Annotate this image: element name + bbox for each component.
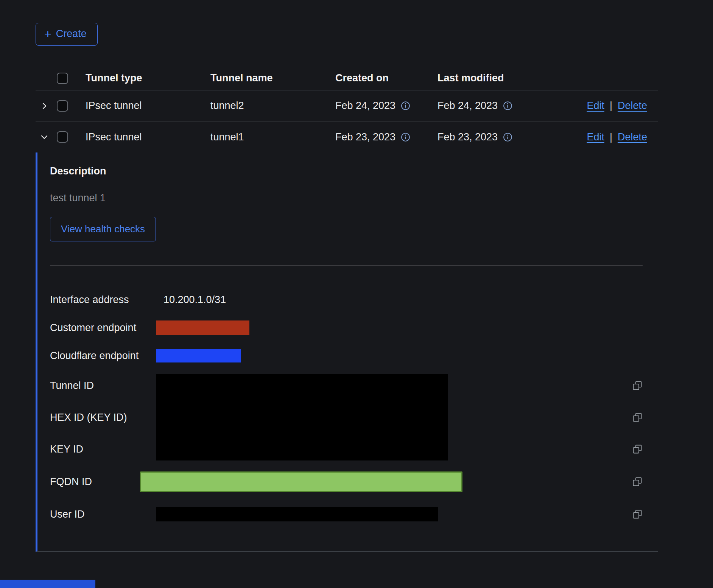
page-content: + Create Tunnel type Tunnel name Created… (0, 0, 658, 552)
copy-icon[interactable] (632, 380, 643, 391)
copy-icon[interactable] (632, 509, 643, 520)
field-cloudflare-endpoint: Cloudflare endpoint (50, 342, 643, 370)
tunnels-table: Tunnel type Tunnel name Created on Last … (36, 66, 658, 552)
actions-separator: | (610, 100, 612, 112)
ids-redaction-block (156, 374, 448, 460)
description-value: test tunnel 1 (50, 192, 643, 204)
cell-tunnel-name: tunnel2 (199, 100, 324, 112)
edit-link[interactable]: Edit (587, 131, 604, 143)
row-actions: Edit | Delete (536, 100, 658, 112)
delete-link[interactable]: Delete (618, 100, 647, 112)
field-label: Interface address (50, 294, 156, 306)
header-tunnel-type: Tunnel type (74, 72, 199, 84)
section-divider (50, 266, 643, 266)
row-checkbox[interactable] (57, 131, 68, 143)
fqdn-id-redaction (140, 471, 462, 492)
field-fqdn-id: FQDN ID (50, 465, 643, 498)
tunnels-page: + Create Tunnel type Tunnel name Created… (0, 0, 713, 588)
copy-icon[interactable] (632, 412, 643, 423)
header-tunnel-name: Tunnel name (199, 72, 324, 84)
created-date: Feb 24, 2023 (335, 100, 395, 112)
select-all-checkbox[interactable] (57, 73, 68, 84)
info-icon[interactable] (503, 132, 512, 142)
cell-last-modified: Feb 23, 2023 (426, 131, 536, 143)
bottom-blue-bar (0, 580, 95, 588)
header-last-modified: Last modified (426, 72, 536, 84)
table-row-tunnel2: IPsec tunnel tunnel2 Feb 24, 2023 Feb 24… (36, 90, 658, 121)
table-header-row: Tunnel type Tunnel name Created on Last … (36, 66, 658, 90)
chevron-right-icon[interactable] (40, 101, 49, 110)
field-user-id: User ID (50, 498, 643, 530)
create-button-label: Create (56, 28, 87, 40)
id-fields-group: Tunnel ID HEX ID (KEY ID) KEY ID (50, 370, 643, 465)
cell-last-modified: Feb 24, 2023 (426, 100, 536, 112)
row-actions: Edit | Delete (536, 131, 658, 143)
info-icon[interactable] (503, 101, 512, 110)
cell-tunnel-name: tunnel1 (199, 131, 324, 143)
field-label: HEX ID (KEY ID) (50, 412, 156, 423)
info-icon[interactable] (401, 132, 410, 142)
header-check-cell (53, 73, 74, 84)
user-id-redaction (156, 507, 438, 521)
description-label: Description (50, 165, 643, 177)
header-created-on: Created on (324, 72, 426, 84)
info-icon[interactable] (401, 101, 410, 110)
field-interface-address: Interface address 10.200.1.0/31 (50, 286, 643, 314)
actions-separator: | (610, 131, 612, 143)
edit-link[interactable]: Edit (587, 100, 604, 112)
copy-icon[interactable] (632, 444, 643, 454)
field-label: Tunnel ID (50, 380, 156, 392)
row-checkbox[interactable] (57, 100, 68, 112)
field-label: User ID (50, 509, 156, 520)
field-label: KEY ID (50, 443, 156, 455)
field-customer-endpoint: Customer endpoint (50, 314, 643, 342)
cell-created-on: Feb 23, 2023 (324, 131, 426, 143)
view-health-checks-button[interactable]: View health checks (50, 217, 156, 241)
cloudflare-endpoint-redaction (156, 349, 241, 362)
modified-date: Feb 24, 2023 (437, 100, 498, 112)
tunnel-detail-panel: Description test tunnel 1 View health ch… (36, 152, 658, 552)
delete-link[interactable]: Delete (618, 131, 647, 143)
chevron-down-icon[interactable] (40, 132, 49, 142)
copy-icon[interactable] (632, 476, 643, 487)
cell-created-on: Feb 24, 2023 (324, 100, 426, 112)
modified-date: Feb 23, 2023 (437, 131, 498, 143)
created-date: Feb 23, 2023 (335, 131, 395, 143)
field-label: Cloudflare endpoint (50, 350, 156, 362)
table-row-tunnel1: IPsec tunnel tunnel1 Feb 23, 2023 Feb 23… (36, 121, 658, 152)
cell-tunnel-type: IPsec tunnel (74, 100, 199, 112)
customer-endpoint-redaction (156, 320, 249, 335)
plus-icon: + (44, 30, 51, 39)
create-button[interactable]: + Create (36, 23, 98, 46)
cell-tunnel-type: IPsec tunnel (74, 131, 199, 143)
interface-address-value: 10.200.1.0/31 (156, 294, 226, 306)
field-label: Customer endpoint (50, 322, 156, 334)
